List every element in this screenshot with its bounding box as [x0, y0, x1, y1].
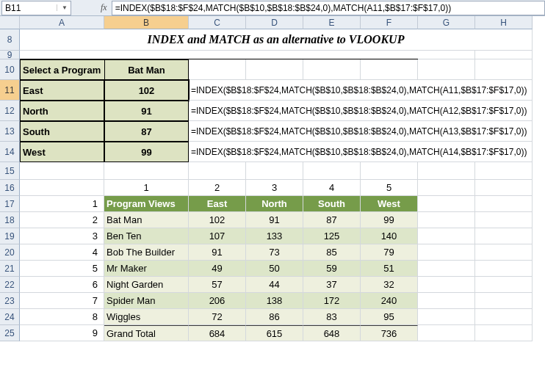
cell[interactable]: [418, 261, 475, 277]
table-row-value[interactable]: 50: [246, 261, 303, 277]
row-index[interactable]: 4: [20, 244, 104, 261]
table-total-value[interactable]: 648: [303, 325, 361, 341]
row-index[interactable]: 1: [20, 196, 104, 212]
col-header-F[interactable]: F: [361, 16, 418, 29]
row-index[interactable]: 9: [20, 325, 104, 341]
table-row-value[interactable]: 79: [361, 244, 418, 261]
row-header[interactable]: 10: [0, 59, 20, 80]
row-header[interactable]: 13: [0, 121, 20, 142]
cell[interactable]: [104, 162, 189, 180]
table-row-value[interactable]: 140: [361, 228, 418, 244]
cell[interactable]: [475, 162, 533, 180]
result-region[interactable]: South: [20, 121, 104, 142]
table-row-value[interactable]: 32: [361, 277, 418, 293]
cell[interactable]: [475, 196, 533, 212]
table-row-value[interactable]: 73: [246, 244, 303, 261]
table-row-value[interactable]: 85: [303, 244, 361, 261]
table-header[interactable]: North: [246, 196, 303, 212]
cell[interactable]: [475, 212, 533, 228]
cell[interactable]: [475, 325, 533, 341]
table-row-value[interactable]: 49: [189, 261, 246, 277]
cell[interactable]: [418, 196, 475, 212]
table-row-value[interactable]: 125: [303, 228, 361, 244]
cell[interactable]: [475, 309, 533, 325]
col-header-E[interactable]: E: [303, 16, 361, 29]
row-index[interactable]: 6: [20, 277, 104, 293]
cell[interactable]: [361, 59, 418, 80]
col-header-B[interactable]: B: [104, 16, 189, 29]
row-header[interactable]: 9: [0, 51, 20, 59]
row-index[interactable]: 3: [20, 228, 104, 244]
table-row-label[interactable]: Wiggles: [104, 309, 189, 325]
table-row-label[interactable]: Bat Man: [104, 212, 189, 228]
cell[interactable]: [246, 162, 303, 180]
formula-input[interactable]: [112, 1, 545, 15]
cell[interactable]: [303, 162, 361, 180]
col-index[interactable]: 4: [303, 180, 361, 196]
row-header[interactable]: 12: [0, 101, 20, 121]
col-index[interactable]: 2: [189, 180, 246, 196]
result-value[interactable]: 87: [104, 121, 189, 142]
table-total-value[interactable]: 684: [189, 325, 246, 341]
row-header[interactable]: 22: [0, 277, 20, 293]
table-row-label[interactable]: Spider Man: [104, 293, 189, 309]
result-region[interactable]: North: [20, 101, 104, 121]
cell[interactable]: [20, 51, 418, 59]
col-header-H[interactable]: H: [475, 16, 533, 29]
row-header[interactable]: 17: [0, 196, 20, 212]
cell[interactable]: [475, 244, 533, 261]
table-row-label[interactable]: Ben Ten: [104, 228, 189, 244]
row-header[interactable]: 8: [0, 29, 20, 51]
col-index[interactable]: 3: [246, 180, 303, 196]
cell[interactable]: [303, 59, 361, 80]
col-index[interactable]: 5: [361, 180, 418, 196]
cell[interactable]: [20, 180, 104, 196]
cell[interactable]: [20, 162, 104, 180]
table-row-label[interactable]: Mr Maker: [104, 261, 189, 277]
result-value[interactable]: 99: [104, 142, 189, 162]
table-header[interactable]: West: [361, 196, 418, 212]
cell[interactable]: [418, 162, 475, 180]
result-value[interactable]: 102: [104, 80, 189, 101]
cell[interactable]: [475, 51, 533, 59]
cell[interactable]: [418, 309, 475, 325]
cell[interactable]: [418, 51, 475, 59]
table-row-value[interactable]: 87: [303, 212, 361, 228]
cell[interactable]: [475, 59, 533, 80]
table-row-value[interactable]: 99: [361, 212, 418, 228]
selected-program[interactable]: Bat Man: [104, 59, 189, 80]
col-index[interactable]: 1: [104, 180, 189, 196]
table-row-value[interactable]: 95: [361, 309, 418, 325]
table-row-value[interactable]: 133: [246, 228, 303, 244]
cell[interactable]: [418, 244, 475, 261]
cell[interactable]: [418, 180, 475, 196]
select-program-label[interactable]: Select a Program: [20, 59, 104, 80]
table-row-value[interactable]: 44: [246, 277, 303, 293]
result-formula-text[interactable]: =INDEX($B$18:$F$24,MATCH($B$10,$B$18:$B$…: [189, 121, 533, 142]
row-index[interactable]: 5: [20, 261, 104, 277]
row-header[interactable]: 23: [0, 293, 20, 309]
name-box[interactable]: B11 ▼: [1, 1, 71, 15]
col-header-D[interactable]: D: [246, 16, 303, 29]
row-header[interactable]: 18: [0, 212, 20, 228]
cell[interactable]: [246, 59, 303, 80]
row-index[interactable]: 2: [20, 212, 104, 228]
table-total-value[interactable]: 736: [361, 325, 418, 341]
col-header-G[interactable]: G: [418, 16, 475, 29]
cell[interactable]: [418, 293, 475, 309]
cell[interactable]: [189, 59, 246, 80]
row-index[interactable]: 8: [20, 309, 104, 325]
table-row-value[interactable]: 91: [246, 212, 303, 228]
row-header[interactable]: 15: [0, 162, 20, 180]
fx-icon[interactable]: fx: [101, 2, 107, 13]
table-row-label[interactable]: Bob The Builder: [104, 244, 189, 261]
col-header-A[interactable]: A: [20, 16, 104, 29]
row-index[interactable]: 7: [20, 293, 104, 309]
col-header-C[interactable]: C: [189, 16, 246, 29]
table-row-value[interactable]: 86: [246, 309, 303, 325]
result-formula-text[interactable]: =INDEX($B$18:$F$24,MATCH($B$10,$B$18:$B$…: [189, 142, 533, 162]
cell[interactable]: [418, 228, 475, 244]
result-formula-text[interactable]: =INDEX($B$18:$F$24,MATCH($B$10,$B$18:$B$…: [189, 101, 533, 121]
table-row-value[interactable]: 206: [189, 293, 246, 309]
table-header[interactable]: East: [189, 196, 246, 212]
